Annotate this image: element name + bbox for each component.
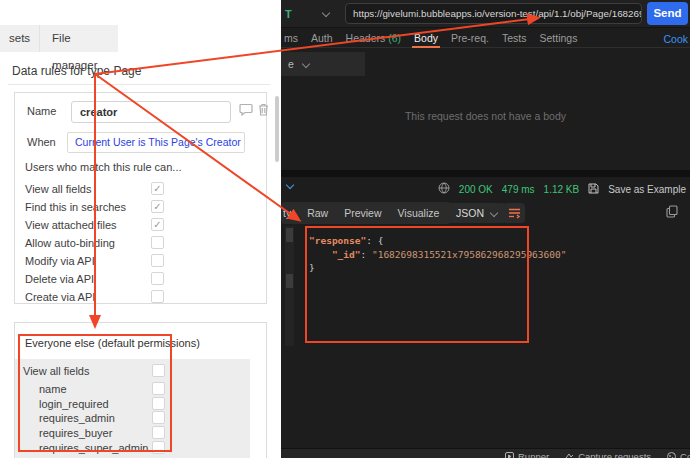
json-value-id: "1682698315521x795862968295963600" — [372, 249, 566, 260]
json-punct: } — [309, 262, 315, 273]
tab-body[interactable]: Body — [414, 28, 438, 48]
method-select[interactable]: T — [285, 8, 292, 20]
checkbox-allow-auto-binding[interactable] — [151, 236, 164, 249]
cookies-link[interactable]: Cook — [663, 33, 688, 45]
runner-label: Runner — [518, 451, 549, 458]
checkbox-delete-via-api[interactable] — [151, 272, 164, 285]
field-label: login_required — [39, 398, 109, 410]
tab-visualize[interactable]: Visualize — [398, 207, 440, 219]
checkbox-view-all-fields-default[interactable] — [152, 364, 165, 377]
field-label: requires_admin — [39, 412, 115, 424]
tab-sets[interactable]: sets — [0, 25, 39, 52]
name-label: Name — [27, 105, 56, 117]
checkbox-view-attached-files[interactable]: ✓ — [151, 218, 164, 231]
collapse-response-icon[interactable] — [286, 181, 294, 189]
cookies-footer-label: Cookies — [680, 451, 690, 458]
copy-icon[interactable] — [666, 204, 678, 222]
tab-headers-label: Headers — [346, 32, 386, 44]
field-label: name — [39, 383, 67, 395]
code-fold-gutter[interactable] — [285, 226, 294, 346]
request-tabs: ms Auth Headers (6) Body Pre-req. Tests … — [281, 28, 690, 48]
runner-button[interactable]: Runner — [505, 451, 549, 458]
json-key: "response" — [309, 235, 366, 246]
body-type-select[interactable]: e — [281, 52, 365, 76]
left-panel-scrollbar[interactable] — [275, 96, 279, 162]
chevron-down-icon — [490, 209, 498, 217]
left-tab-strip: sets File manager — [0, 25, 118, 52]
tab-raw[interactable]: Raw — [307, 207, 328, 219]
checkbox-field-requires-super-admin[interactable] — [152, 441, 165, 454]
json-punct: : { — [366, 235, 383, 246]
save-as-example-button[interactable]: Save as Example — [608, 184, 686, 195]
permission-label: View all fields — [25, 183, 91, 195]
tab-pretty[interactable]: ty — [283, 207, 291, 219]
response-meta: 200 OK 479 ms 1.12 KB Save as Example — [438, 180, 686, 198]
permission-label: Find this in searches — [25, 201, 126, 213]
checkbox-find-in-searches[interactable]: ✓ — [151, 200, 164, 213]
response-json-body[interactable]: "response": { "_id": "1682698315521x7958… — [309, 234, 566, 275]
tab-preview[interactable]: Preview — [344, 207, 381, 219]
permission-label: Create via API — [25, 291, 95, 303]
default-permissions-card: Everyone else (default permissions) View… — [14, 322, 267, 458]
checkbox-field-name[interactable] — [152, 382, 165, 395]
permission-label: View attached files — [25, 219, 117, 231]
status-footer: Runner Capture requests Cookies T — [281, 448, 690, 458]
field-label: requires_buyer — [39, 427, 112, 439]
tab-auth[interactable]: Auth — [311, 28, 333, 48]
url-input[interactable]: https://givelumi.bubbleapps.io/version-t… — [345, 3, 642, 24]
rule-card-creator: Name creator When Current User is This P… — [14, 92, 267, 304]
tab-tests[interactable]: Tests — [502, 28, 527, 48]
cookies-button[interactable]: Cookies — [667, 451, 690, 458]
wrap-lines-button[interactable] — [503, 203, 525, 223]
response-splitter[interactable] — [281, 170, 690, 177]
when-condition[interactable]: Current User is This Page's Creator — [67, 132, 245, 153]
checkbox-field-requires-buyer[interactable] — [152, 426, 165, 439]
rule-name-input[interactable]: creator — [71, 101, 231, 123]
format-select[interactable]: JSON — [447, 203, 506, 223]
permission-label: Allow auto-binding — [25, 237, 115, 249]
chevron-down-icon[interactable] — [322, 9, 330, 17]
default-permissions-body: View all fields name login_required requ… — [15, 359, 250, 458]
privacy-rules-panel: sets File manager Data rules for type Pa… — [0, 0, 281, 458]
tab-file-manager[interactable]: File manager — [39, 25, 118, 52]
trash-icon[interactable] — [258, 102, 269, 120]
rule-subtitle: Users who match this rule can... — [25, 161, 182, 173]
save-icon — [588, 180, 599, 198]
send-button[interactable]: Send — [647, 2, 688, 25]
response-size[interactable]: 1.12 KB — [544, 184, 580, 195]
headers-count-badge: (6) — [388, 32, 401, 44]
format-select-value: JSON — [456, 207, 484, 219]
divider — [8, 84, 270, 85]
checkbox-field-requires-admin[interactable] — [152, 411, 165, 424]
permission-label: Delete via API — [25, 273, 94, 285]
field-label: requires_super_admin — [39, 442, 148, 454]
response-view-tabs: ty Raw Preview Visualize — [281, 202, 451, 224]
tab-params[interactable]: ms — [284, 28, 298, 48]
request-url-bar: T https://givelumi.bubbleapps.io/version… — [281, 0, 690, 28]
json-key: "_id" — [332, 249, 361, 260]
tab-headers[interactable]: Headers (6) — [346, 28, 401, 48]
checkbox-create-via-api[interactable] — [151, 290, 164, 303]
tab-pre-req[interactable]: Pre-req. — [451, 28, 489, 48]
checkbox-view-all-fields[interactable]: ✓ — [151, 182, 164, 195]
chevron-down-icon — [302, 60, 310, 68]
api-client-panel: T https://givelumi.bubbleapps.io/version… — [281, 0, 690, 458]
response-time[interactable]: 479 ms — [502, 184, 535, 195]
permission-label: View all fields — [23, 365, 89, 377]
when-label: When — [27, 136, 56, 148]
status-badge[interactable]: 200 OK — [459, 184, 493, 195]
checkbox-modify-via-api[interactable] — [151, 254, 164, 267]
permission-label: Modify via API — [25, 255, 95, 267]
body-type-label: e — [288, 58, 294, 70]
checkbox-field-login-required[interactable] — [152, 397, 165, 410]
empty-body-message: This request does not have a body — [281, 110, 690, 122]
default-permissions-title: Everyone else (default permissions) — [25, 337, 200, 349]
tab-settings[interactable]: Settings — [539, 28, 577, 48]
capture-requests-label: Capture requests — [578, 451, 651, 458]
capture-requests-button[interactable]: Capture requests — [565, 451, 651, 458]
network-icon[interactable] — [438, 180, 450, 198]
page-title: Data rules for type Page — [12, 64, 141, 78]
comment-icon[interactable] — [239, 102, 253, 120]
json-punct: : — [361, 249, 372, 260]
